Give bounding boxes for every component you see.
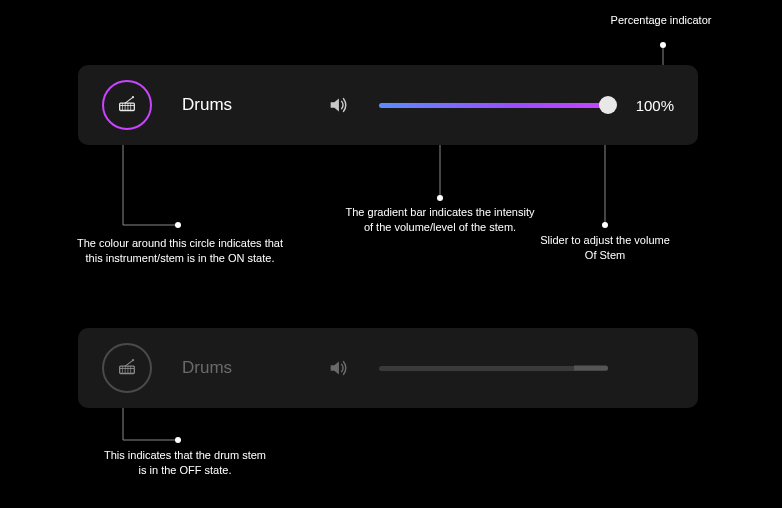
svg-line-14: [125, 361, 132, 367]
drum-icon: [116, 357, 138, 379]
stem-label: Drums: [182, 358, 272, 378]
annotation-percentage-indicator: Percentage indicator: [576, 13, 746, 28]
annotation-dot: [660, 42, 666, 48]
svg-point-15: [132, 359, 134, 361]
svg-line-6: [125, 98, 132, 104]
slider-track: [379, 366, 608, 371]
instrument-toggle[interactable]: [102, 80, 152, 130]
svg-rect-8: [120, 366, 135, 373]
annotation-off-state: This indicates that the drum stemis in t…: [85, 448, 285, 479]
stem-label: Drums: [182, 95, 272, 115]
volume-slider[interactable]: [379, 361, 608, 375]
slider-track: [379, 103, 608, 108]
annotation-dot: [175, 437, 181, 443]
speaker-icon[interactable]: [327, 94, 349, 116]
stem-card-off: Drums: [78, 328, 698, 408]
volume-slider[interactable]: [379, 98, 608, 112]
svg-rect-0: [120, 103, 135, 110]
stem-card-on: Drums 100%: [78, 65, 698, 145]
annotation-dot: [437, 195, 443, 201]
slider-thumb[interactable]: [599, 96, 617, 114]
drum-icon: [116, 94, 138, 116]
annotation-dot: [175, 222, 181, 228]
annotation-dot: [602, 222, 608, 228]
instrument-toggle[interactable]: [102, 343, 152, 393]
annotation-gradient-bar: The gradient bar indicates the intensity…: [335, 205, 545, 236]
annotation-slider-adjust: Slider to adjust the volumeOf Stem: [530, 233, 680, 264]
speaker-icon[interactable]: [327, 357, 349, 379]
volume-percent: 100%: [630, 97, 674, 114]
svg-point-7: [132, 96, 134, 98]
annotation-on-state: The colour around this circle indicates …: [50, 236, 310, 267]
